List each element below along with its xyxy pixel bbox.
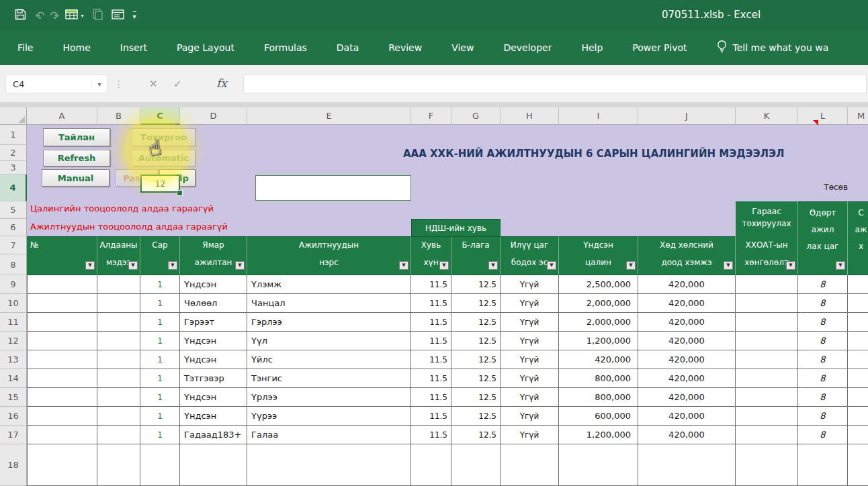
- cell-I18[interactable]: [559, 444, 638, 486]
- filter-button-K[interactable]: ▼: [786, 261, 795, 270]
- column-header-K[interactable]: K: [736, 107, 798, 125]
- tab-view[interactable]: View: [437, 30, 488, 65]
- cell-J15[interactable]: 420,000: [638, 388, 736, 407]
- garaas-header-cell[interactable]: Гараас тохируулах: [736, 201, 798, 237]
- form-icon[interactable]: [112, 9, 124, 22]
- cell-A10[interactable]: [27, 294, 97, 313]
- cell-A16[interactable]: [27, 407, 97, 426]
- cell-D9[interactable]: Үндсэн: [180, 275, 247, 294]
- table-header-I[interactable]: Үндсэнцалин▼: [559, 236, 638, 275]
- cell-F13[interactable]: 11.5: [411, 350, 451, 369]
- row-header-8[interactable]: 8: [0, 254, 27, 275]
- automatic-button[interactable]: Automatic: [132, 150, 196, 166]
- cell-H17[interactable]: Үгүй: [501, 426, 559, 444]
- row-header-17[interactable]: 17: [0, 426, 27, 444]
- cell-E11[interactable]: Гэрлээ: [247, 313, 411, 332]
- cell-H10[interactable]: Үгүй: [501, 294, 559, 313]
- cell-J10[interactable]: 420,000: [638, 294, 736, 313]
- row-header-14[interactable]: 14: [0, 369, 27, 388]
- cell-F17[interactable]: 11.5: [411, 426, 451, 444]
- cell-I17[interactable]: 1,200,000: [559, 426, 638, 444]
- cell-E9[interactable]: Үлэмж: [247, 275, 411, 294]
- cell-A14[interactable]: [27, 369, 97, 388]
- row-header-16[interactable]: 16: [0, 407, 27, 426]
- cell-D14[interactable]: Тэтгэвэр: [180, 369, 247, 388]
- column-header-D[interactable]: D: [180, 107, 247, 125]
- cell-M13[interactable]: [848, 350, 868, 369]
- cell-J16[interactable]: 420,000: [638, 407, 736, 426]
- cell-E15[interactable]: Үрлээ: [247, 388, 411, 407]
- tab-help[interactable]: Help: [566, 30, 617, 65]
- cell-G11[interactable]: 12.5: [451, 313, 501, 332]
- cell-K9[interactable]: [736, 275, 798, 294]
- save-icon[interactable]: [15, 9, 26, 23]
- tab-data[interactable]: Data: [322, 30, 374, 65]
- cell-D18[interactable]: [180, 444, 247, 486]
- table-header-G[interactable]: Б-лага▼: [451, 236, 501, 275]
- cell-F9[interactable]: 11.5: [411, 275, 451, 294]
- table-header-L[interactable]: Өдөртажиллах цаг▼: [798, 201, 848, 275]
- filter-button-D[interactable]: ▼: [235, 261, 245, 270]
- cell-D13[interactable]: Үндсэн: [180, 350, 247, 369]
- cell-D10[interactable]: Чөлөөл: [180, 294, 247, 313]
- cell-B13[interactable]: [97, 350, 140, 369]
- cell-F15[interactable]: 11.5: [411, 388, 451, 407]
- table-header-K[interactable]: ХХОАТ-ынхөнгөлөлт▼: [736, 236, 798, 275]
- row-header-6[interactable]: 6: [0, 219, 27, 236]
- cell-C16[interactable]: 1: [140, 407, 180, 426]
- cell-K17[interactable]: [736, 426, 798, 444]
- cell-B11[interactable]: [97, 313, 140, 332]
- cell-C10[interactable]: 1: [140, 294, 180, 313]
- row-header-5[interactable]: 5: [0, 201, 27, 219]
- cell-B12[interactable]: [97, 332, 140, 350]
- filter-button-A[interactable]: ▼: [85, 261, 95, 270]
- cell-J13[interactable]: 420,000: [638, 350, 736, 369]
- table-header-J[interactable]: Хөд хөлснийдоод хэмжэ▼: [638, 236, 736, 275]
- cell-I10[interactable]: 2,000,000: [559, 294, 638, 313]
- cell-F14[interactable]: 11.5: [411, 369, 451, 388]
- refresh-button[interactable]: Refresh: [43, 150, 110, 166]
- tab-home[interactable]: Home: [48, 30, 105, 65]
- cell-J17[interactable]: 420,000: [638, 426, 736, 444]
- table-header-E[interactable]: Ажилтнуудыннэрс▼: [247, 236, 411, 275]
- tell-me[interactable]: Tell me what you wa: [717, 40, 829, 56]
- cell-H13[interactable]: Үгүй: [501, 350, 559, 369]
- filter-button-F[interactable]: ▼: [439, 261, 449, 270]
- cell-J12[interactable]: 420,000: [638, 332, 736, 350]
- cell-K11[interactable]: [736, 313, 798, 332]
- cell-D17[interactable]: Гадаад183+: [180, 426, 247, 444]
- column-header-C[interactable]: C: [140, 107, 180, 125]
- cell-L11[interactable]: 8: [798, 313, 848, 332]
- row-header-2[interactable]: 2: [0, 145, 27, 161]
- name-box-dropdown-icon[interactable]: ▾: [91, 81, 107, 88]
- formula-input[interactable]: [243, 75, 867, 93]
- cell-G18[interactable]: [451, 444, 501, 486]
- row-header-9[interactable]: 9: [0, 275, 27, 294]
- cell-K12[interactable]: [736, 332, 798, 350]
- column-header-I[interactable]: I: [559, 107, 638, 125]
- cell-K14[interactable]: [736, 369, 798, 388]
- manual-button[interactable]: Manual: [42, 169, 110, 187]
- cell-B18[interactable]: [97, 444, 140, 486]
- cell-G15[interactable]: 12.5: [451, 388, 501, 407]
- cell-E18[interactable]: [247, 444, 411, 486]
- cell-H14[interactable]: Үгүй: [501, 369, 559, 388]
- cell-I11[interactable]: 2,000,000: [559, 313, 638, 332]
- cell-E16[interactable]: Үүрээ: [247, 407, 411, 426]
- quick-table-icon[interactable]: [65, 9, 78, 22]
- column-header-H[interactable]: H: [501, 107, 559, 125]
- tab-file[interactable]: File: [3, 30, 48, 65]
- cell-I14[interactable]: 800,000: [559, 369, 638, 388]
- cancel-icon[interactable]: ✕: [149, 78, 158, 90]
- column-header-M[interactable]: M: [848, 107, 868, 125]
- table-header-M[interactable]: Сажх: [848, 201, 868, 275]
- cell-C11[interactable]: 1: [140, 313, 180, 332]
- paste-icon[interactable]: [93, 9, 103, 23]
- cell-M12[interactable]: [848, 332, 868, 350]
- table-header-A[interactable]: №▼: [27, 236, 97, 275]
- cell-E13[interactable]: Үйлс: [247, 350, 411, 369]
- cell-I13[interactable]: 420,000: [559, 350, 638, 369]
- row-header-11[interactable]: 11: [0, 313, 27, 332]
- cell-G17[interactable]: 12.5: [451, 426, 501, 444]
- name-box[interactable]: C4 ▾: [5, 75, 107, 93]
